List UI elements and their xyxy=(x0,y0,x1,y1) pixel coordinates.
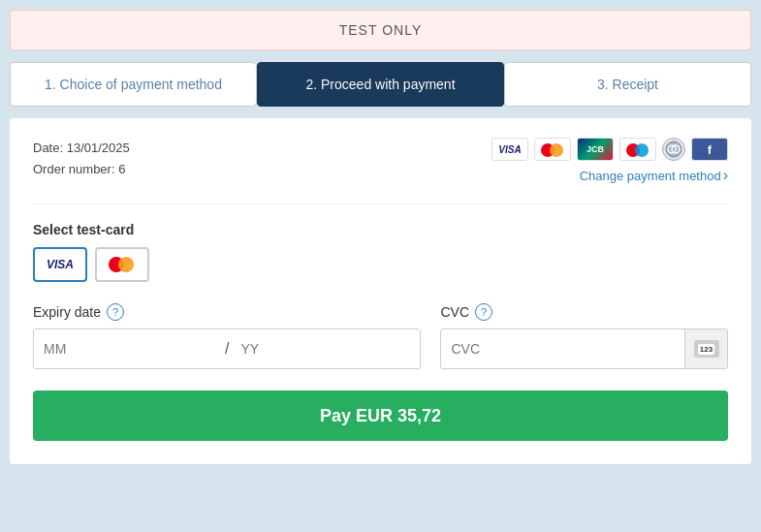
expiry-label-row: Expiry date ? xyxy=(33,303,421,321)
expiry-help-icon[interactable]: ? xyxy=(107,303,124,321)
cvc-card-body: 123 xyxy=(694,340,719,358)
visa-card-option[interactable]: VISA xyxy=(33,247,87,282)
expiry-yy-input[interactable] xyxy=(231,329,420,368)
payment-icons-area: VISA JCB f xyxy=(491,138,728,184)
divider xyxy=(33,203,728,204)
cvc-field-group: CVC ? 123 xyxy=(440,303,728,369)
mc-card-right xyxy=(118,257,134,272)
expiry-label: Expiry date xyxy=(33,304,101,320)
expiry-mm-input[interactable] xyxy=(34,329,223,368)
fields-row: Expiry date ? / CVC ? 123 xyxy=(33,303,728,369)
cvc-number-label: 123 xyxy=(698,344,714,355)
test-cards: VISA xyxy=(33,247,728,282)
cvc-label-row: CVC ? xyxy=(440,303,728,321)
chevron-right-icon: › xyxy=(723,167,728,184)
mastercard-card-option[interactable] xyxy=(95,247,149,282)
visa-icon: VISA xyxy=(491,138,528,161)
main-card: Date: 13/01/2025 Order number: 6 VISA JC… xyxy=(10,118,751,464)
cvc-help-icon[interactable]: ? xyxy=(475,303,492,321)
change-payment-link[interactable]: Change payment method › xyxy=(580,167,728,184)
cvc-card-icon: 123 xyxy=(684,329,727,368)
test-banner: TEST ONLY xyxy=(10,10,751,50)
jcb-icon: JCB xyxy=(577,138,614,161)
expiry-slash: / xyxy=(223,340,231,358)
date-label: Date: 13/01/2025 xyxy=(33,138,130,159)
step-2[interactable]: 2. Proceed with payment xyxy=(257,62,504,107)
step-1[interactable]: 1. Choice of payment method xyxy=(10,62,257,107)
top-row: Date: 13/01/2025 Order number: 6 VISA JC… xyxy=(33,138,728,184)
cvc-input[interactable] xyxy=(441,329,684,368)
change-payment-label: Change payment method xyxy=(580,169,721,183)
expiry-field-group: Expiry date ? / xyxy=(33,303,421,369)
pay-button[interactable]: Pay EUR 35,72 xyxy=(33,391,728,441)
mastercard-card-image xyxy=(109,256,136,273)
select-card-label: Select test-card xyxy=(33,222,728,237)
facebook-icon: f xyxy=(691,138,728,161)
cvc-label: CVC xyxy=(440,304,469,320)
step-3[interactable]: 3. Receipt xyxy=(504,62,751,107)
expiry-inputs-group: / xyxy=(33,329,421,369)
order-number-label: Order number: 6 xyxy=(33,159,130,180)
order-info: Date: 13/01/2025 Order number: 6 xyxy=(33,138,130,180)
cvc-input-wrapper: 123 xyxy=(440,329,728,369)
maestro-icon xyxy=(619,138,656,161)
mastercard-icon xyxy=(534,138,571,161)
steps-bar: 1. Choice of payment method 2. Proceed w… xyxy=(10,62,751,107)
visa-card-text: VISA xyxy=(47,258,74,271)
diners-icon xyxy=(662,138,685,161)
payment-icons-row: VISA JCB f xyxy=(491,138,728,161)
